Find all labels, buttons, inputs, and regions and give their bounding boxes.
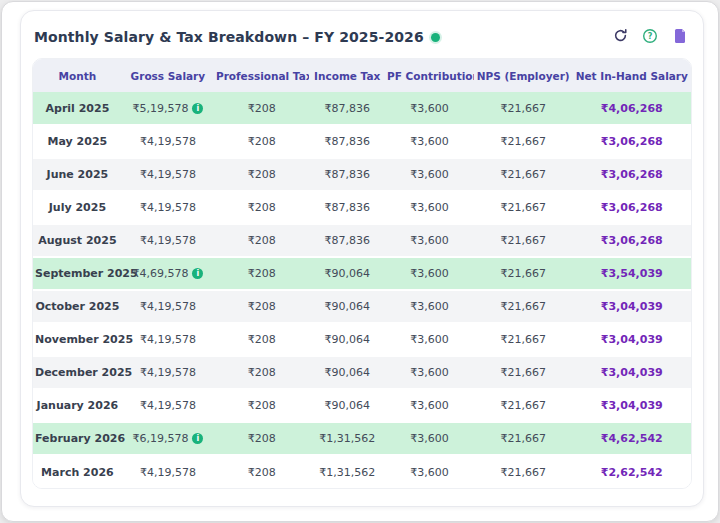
gross-salary-cell: ₹4,69,578 i bbox=[122, 257, 214, 290]
column-header-5: NPS (Employer) bbox=[474, 59, 573, 92]
column-header-4: PF Contribution bbox=[385, 59, 474, 92]
gross-salary-cell: ₹5,19,578 i bbox=[122, 92, 214, 125]
column-header-2: Professional Tax bbox=[214, 59, 309, 92]
month-cell: July 2025 bbox=[33, 191, 122, 224]
professional-tax-cell: ₹208 bbox=[214, 257, 309, 290]
income-tax-cell: ₹90,064 bbox=[309, 356, 385, 389]
professional-tax-cell: ₹208 bbox=[214, 191, 309, 224]
nps-employer-cell: ₹21,667 bbox=[474, 290, 573, 323]
net-in-hand-cell: ₹3,06,268 bbox=[573, 191, 691, 224]
net-in-hand-cell: ₹3,04,039 bbox=[573, 323, 691, 356]
pf-contribution-cell: ₹3,600 bbox=[385, 224, 474, 257]
professional-tax-cell: ₹208 bbox=[214, 224, 309, 257]
nps-employer-cell: ₹21,667 bbox=[474, 257, 573, 290]
table-row[interactable]: May 2025 ₹4,19,578 i ₹208 ₹87,836 ₹3,600… bbox=[33, 125, 691, 158]
income-tax-cell: ₹90,064 bbox=[309, 389, 385, 422]
income-tax-cell: ₹87,836 bbox=[309, 191, 385, 224]
income-tax-cell: ₹1,31,562 bbox=[309, 455, 385, 488]
net-in-hand-cell: ₹3,04,039 bbox=[573, 290, 691, 323]
nps-employer-cell: ₹21,667 bbox=[474, 455, 573, 488]
pf-contribution-cell: ₹3,600 bbox=[385, 257, 474, 290]
refresh-button[interactable] bbox=[611, 28, 629, 46]
professional-tax-cell: ₹208 bbox=[214, 158, 309, 191]
pf-contribution-cell: ₹3,600 bbox=[385, 290, 474, 323]
pf-contribution-cell: ₹3,600 bbox=[385, 422, 474, 455]
nps-employer-cell: ₹21,667 bbox=[474, 158, 573, 191]
page-title: Monthly Salary & Tax Breakdown – FY 2025… bbox=[34, 29, 424, 45]
table-row[interactable]: August 2025 ₹4,19,578 i ₹208 ₹87,836 ₹3,… bbox=[33, 224, 691, 257]
month-cell: June 2025 bbox=[33, 158, 122, 191]
gross-salary-cell: ₹4,19,578 i bbox=[122, 290, 214, 323]
net-in-hand-cell: ₹4,06,268 bbox=[573, 92, 691, 125]
info-icon[interactable]: i bbox=[192, 103, 203, 114]
table-row[interactable]: November 2025 ₹4,19,578 i ₹208 ₹90,064 ₹… bbox=[33, 323, 691, 356]
pf-contribution-cell: ₹3,600 bbox=[385, 158, 474, 191]
gross-salary-cell: ₹4,19,578 i bbox=[122, 356, 214, 389]
gross-salary-cell: ₹4,19,578 i bbox=[122, 125, 214, 158]
table-row[interactable]: July 2025 ₹4,19,578 i ₹208 ₹87,836 ₹3,60… bbox=[33, 191, 691, 224]
month-cell: December 2025 bbox=[33, 356, 122, 389]
professional-tax-cell: ₹208 bbox=[214, 125, 309, 158]
net-in-hand-cell: ₹3,04,039 bbox=[573, 356, 691, 389]
net-in-hand-cell: ₹3,06,268 bbox=[573, 158, 691, 191]
info-icon[interactable]: i bbox=[192, 433, 203, 444]
document-icon bbox=[673, 28, 687, 47]
income-tax-cell: ₹90,064 bbox=[309, 257, 385, 290]
column-header-6: Net In-Hand Salary bbox=[573, 59, 691, 92]
nps-employer-cell: ₹21,667 bbox=[474, 422, 573, 455]
gross-salary-cell: ₹6,19,578 i bbox=[122, 422, 214, 455]
table-row[interactable]: April 2025 ₹5,19,578 i ₹208 ₹87,836 ₹3,6… bbox=[33, 92, 691, 125]
income-tax-cell: ₹87,836 bbox=[309, 125, 385, 158]
table-row[interactable]: February 2026 ₹6,19,578 i ₹208 ₹1,31,562… bbox=[33, 422, 691, 455]
gross-salary-cell: ₹4,19,578 i bbox=[122, 224, 214, 257]
nps-employer-cell: ₹21,667 bbox=[474, 389, 573, 422]
table-row[interactable]: June 2025 ₹4,19,578 i ₹208 ₹87,836 ₹3,60… bbox=[33, 158, 691, 191]
net-in-hand-cell: ₹3,04,039 bbox=[573, 389, 691, 422]
net-in-hand-cell: ₹2,62,542 bbox=[573, 455, 691, 488]
info-icon[interactable]: i bbox=[192, 268, 203, 279]
professional-tax-cell: ₹208 bbox=[214, 356, 309, 389]
table-row[interactable]: December 2025 ₹4,19,578 i ₹208 ₹90,064 ₹… bbox=[33, 356, 691, 389]
professional-tax-cell: ₹208 bbox=[214, 422, 309, 455]
pf-contribution-cell: ₹3,600 bbox=[385, 389, 474, 422]
app-window: Monthly Salary & Tax Breakdown – FY 2025… bbox=[1, 1, 719, 522]
pf-contribution-cell: ₹3,600 bbox=[385, 191, 474, 224]
net-in-hand-cell: ₹4,62,542 bbox=[573, 422, 691, 455]
table-row[interactable]: October 2025 ₹4,19,578 i ₹208 ₹90,064 ₹3… bbox=[33, 290, 691, 323]
income-tax-cell: ₹87,836 bbox=[309, 224, 385, 257]
svg-text:?: ? bbox=[648, 32, 653, 41]
month-cell: September 2025 bbox=[33, 257, 122, 290]
report-button[interactable] bbox=[671, 28, 689, 46]
nps-employer-cell: ₹21,667 bbox=[474, 125, 573, 158]
pf-contribution-cell: ₹3,600 bbox=[385, 92, 474, 125]
table-row[interactable]: January 2026 ₹4,19,578 i ₹208 ₹90,064 ₹3… bbox=[33, 389, 691, 422]
live-status-dot bbox=[431, 33, 440, 42]
nps-employer-cell: ₹21,667 bbox=[474, 191, 573, 224]
income-tax-cell: ₹90,064 bbox=[309, 290, 385, 323]
professional-tax-cell: ₹208 bbox=[214, 323, 309, 356]
column-header-1: Gross Salary bbox=[122, 59, 214, 92]
pf-contribution-cell: ₹3,600 bbox=[385, 125, 474, 158]
month-cell: March 2026 bbox=[33, 455, 122, 488]
gross-salary-cell: ₹4,19,578 i bbox=[122, 455, 214, 488]
net-in-hand-cell: ₹3,54,039 bbox=[573, 257, 691, 290]
month-cell: November 2025 bbox=[33, 323, 122, 356]
professional-tax-cell: ₹208 bbox=[214, 290, 309, 323]
table-row[interactable]: March 2026 ₹4,19,578 i ₹208 ₹1,31,562 ₹3… bbox=[33, 455, 691, 488]
nps-employer-cell: ₹21,667 bbox=[474, 323, 573, 356]
column-header-0: Month bbox=[33, 59, 122, 92]
help-button[interactable]: ? bbox=[641, 28, 659, 46]
gross-salary-cell: ₹4,19,578 i bbox=[122, 389, 214, 422]
table-row[interactable]: September 2025 ₹4,69,578 i ₹208 ₹90,064 … bbox=[33, 257, 691, 290]
professional-tax-cell: ₹208 bbox=[214, 455, 309, 488]
income-tax-cell: ₹87,836 bbox=[309, 92, 385, 125]
refresh-icon bbox=[613, 28, 628, 46]
card-header: Monthly Salary & Tax Breakdown – FY 2025… bbox=[21, 11, 703, 58]
month-cell: April 2025 bbox=[33, 92, 122, 125]
income-tax-cell: ₹90,064 bbox=[309, 323, 385, 356]
help-icon: ? bbox=[642, 28, 658, 47]
pf-contribution-cell: ₹3,600 bbox=[385, 323, 474, 356]
gross-salary-cell: ₹4,19,578 i bbox=[122, 191, 214, 224]
net-in-hand-cell: ₹3,06,268 bbox=[573, 125, 691, 158]
professional-tax-cell: ₹208 bbox=[214, 92, 309, 125]
